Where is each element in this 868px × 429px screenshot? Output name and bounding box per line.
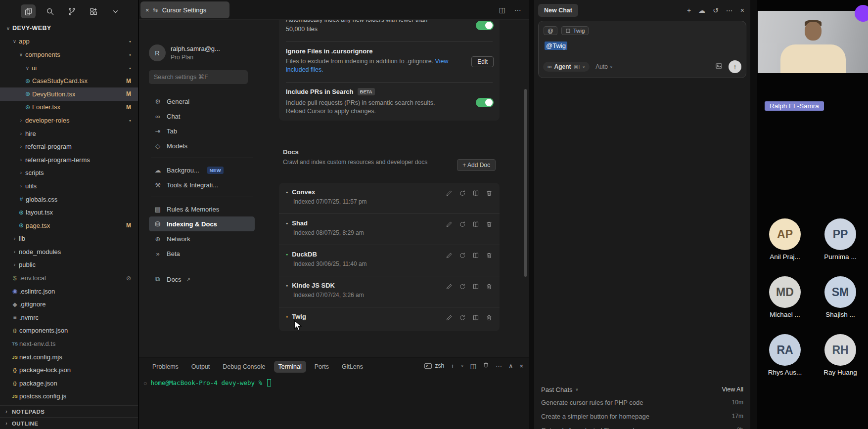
doc-row[interactable]: Twig (279, 307, 500, 330)
edit-doc-icon[interactable] (446, 190, 453, 214)
doc-context-chip[interactable]: Twig (561, 26, 589, 35)
file-tree-item[interactable]: › scripts (0, 167, 138, 180)
more-actions-icon[interactable]: ⋯ (514, 6, 521, 14)
agent-mode-selector[interactable]: ∞ Agent ⌘I ∨ (543, 62, 590, 72)
delete-doc-icon[interactable] (486, 190, 493, 214)
participant-tile[interactable]: SM Shajish ... (816, 276, 865, 318)
refresh-doc-icon[interactable] (459, 314, 466, 330)
settings-nav-item[interactable]: ⊕ Network (149, 231, 255, 246)
settings-nav-item[interactable]: ⚒ Tools & Integrati... (149, 177, 255, 192)
chat-tab[interactable]: New Chat (538, 4, 578, 17)
file-tree-item[interactable]: JS postcss.config.js (0, 390, 138, 403)
split-editor-icon[interactable]: ◫ (499, 6, 505, 14)
settings-nav-item[interactable]: ⇥ Tab (149, 124, 255, 138)
delete-doc-icon[interactable] (486, 314, 493, 330)
panel-tab[interactable]: Terminal (274, 361, 306, 373)
sidebar-section-outline[interactable]: › OUTLINE (0, 417, 138, 429)
open-doc-icon[interactable] (472, 314, 479, 330)
open-doc-icon[interactable] (472, 190, 479, 214)
new-terminal-icon[interactable]: + (451, 362, 455, 370)
close-panel-icon[interactable]: × (519, 362, 523, 370)
file-tree-item[interactable]: # globals.css (0, 193, 138, 206)
file-tree-item[interactable]: › developer-roles ● (0, 114, 138, 127)
at-mention-chip[interactable]: @ (544, 26, 557, 35)
doc-row[interactable]: Kinde JS SDK Indexed 07/07/24, 3:26 am (279, 276, 500, 307)
participant-tile[interactable]: MD Michael ... (760, 276, 810, 318)
participant-tile[interactable]: PP Purnima ... (816, 218, 865, 260)
participant-tile[interactable]: AP Anil Praj... (760, 218, 810, 260)
chat-input[interactable]: @ Twig @Twig ∞ Agent ⌘I ∨ Auto ∨ ↑ (538, 21, 746, 78)
sidebar-section-notepads[interactable]: › NOTEPADS (0, 405, 138, 417)
doc-row[interactable]: DuckDB Indexed 30/06/25, 11:40 am (279, 245, 500, 276)
model-selector[interactable]: Auto ∨ (595, 63, 613, 70)
file-tree-item[interactable]: ◆ .gitignore (0, 298, 138, 311)
panel-tab[interactable]: Debug Console (218, 361, 270, 373)
extensions-icon[interactable] (86, 4, 101, 18)
file-tree-item[interactable]: › public (0, 258, 138, 272)
history-icon[interactable]: ↺ (713, 6, 719, 14)
file-tree-item[interactable]: ◉ .eslintrc.json (0, 285, 138, 298)
settings-nav-item[interactable]: ◇ Models (149, 138, 255, 153)
file-tree-item[interactable]: {} package.json (0, 377, 138, 390)
close-icon[interactable]: × (145, 6, 149, 14)
settings-nav-item-docs[interactable]: ⧉ Docs ↗ (149, 272, 255, 287)
refresh-doc-icon[interactable] (459, 190, 466, 214)
chevron-down-icon[interactable] (108, 4, 123, 18)
file-tree-item[interactable]: ⊛ page.tsx M (0, 219, 138, 232)
participant-tile[interactable]: RH Ray Huang (816, 334, 865, 376)
file-tree-item[interactable]: › lib (0, 232, 138, 246)
settings-nav-item[interactable]: » Beta (149, 246, 255, 261)
file-tree-item[interactable]: › hire (0, 127, 138, 140)
delete-doc-icon[interactable] (486, 252, 493, 276)
settings-nav-item[interactable]: ⛁ Indexing & Docs (149, 216, 255, 231)
shell-selector[interactable]: >_zsh (424, 362, 444, 369)
open-doc-icon[interactable] (472, 221, 479, 245)
kill-terminal-icon[interactable] (483, 362, 489, 370)
attach-image-icon[interactable] (715, 62, 723, 72)
edit-doc-icon[interactable] (446, 283, 453, 307)
panel-tab[interactable]: GitLens (337, 361, 367, 373)
file-tree-item[interactable]: ∨ components ● (0, 48, 138, 61)
past-chats-title[interactable]: Past Chats (541, 386, 573, 393)
refresh-doc-icon[interactable] (459, 283, 466, 307)
file-tree-item[interactable]: › utils (0, 179, 138, 193)
participant-tile[interactable]: RA Rhys Aus... (760, 334, 810, 376)
more-actions-icon[interactable]: ⋯ (726, 6, 733, 14)
cloud-icon[interactable]: ☁ (698, 6, 705, 14)
source-control-icon[interactable] (64, 4, 79, 18)
edit-doc-icon[interactable] (446, 314, 453, 330)
settings-scrollbar[interactable] (524, 89, 527, 277)
panel-tab[interactable]: Problems (148, 361, 183, 373)
file-tree-item[interactable]: ⊛ CaseStudyCard.tsx M (0, 74, 138, 87)
close-panel-icon[interactable]: × (740, 6, 744, 14)
search-icon[interactable] (43, 4, 57, 18)
refresh-doc-icon[interactable] (459, 252, 466, 276)
view-all-link[interactable]: View All (722, 386, 743, 393)
delete-doc-icon[interactable] (486, 283, 493, 307)
file-tree-item[interactable]: ⊛ Footer.tsx M (0, 101, 138, 114)
delete-doc-icon[interactable] (486, 221, 493, 245)
file-tree-item[interactable]: ⊛ layout.tsx (0, 206, 138, 219)
panel-tab[interactable]: Output (187, 361, 215, 373)
file-tree-item[interactable]: › referral-program-terms (0, 153, 138, 167)
terminal-prompt-line[interactable]: ○ home@MacBook-Pro-4 devy-weby % (144, 379, 271, 386)
split-terminal-icon[interactable]: ◫ (470, 362, 476, 370)
more-actions-icon[interactable]: ⋯ (496, 362, 502, 370)
file-tree-item[interactable]: ⊛ DevyButton.tsx M (0, 87, 138, 101)
settings-nav-item[interactable]: ⚙ General (149, 94, 255, 109)
open-doc-icon[interactable] (472, 283, 479, 307)
files-icon[interactable] (21, 4, 36, 18)
doc-row[interactable]: Shad Indexed 08/07/25, 8:29 am (279, 214, 500, 245)
past-chat-item[interactable]: Get code for selected Figma node 2h (541, 423, 743, 429)
edit-doc-icon[interactable] (446, 221, 453, 245)
settings-nav-item[interactable]: ∞ Chat (149, 109, 255, 124)
auto-index-toggle[interactable] (476, 21, 494, 30)
new-chat-icon[interactable]: + (687, 6, 691, 14)
file-tree-item[interactable]: ∨ ui ● (0, 61, 138, 75)
refresh-doc-icon[interactable] (459, 221, 466, 245)
file-tree-item[interactable]: $ .env.local ⊘ (0, 271, 138, 285)
file-tree-item[interactable]: ≡ .nvmrc (0, 311, 138, 324)
doc-row[interactable]: Convex Indexed 07/07/25, 11:57 pm (279, 183, 500, 214)
include-prs-toggle[interactable] (476, 98, 494, 107)
tab-cursor-settings[interactable]: × ⇆ Cursor Settings (140, 1, 229, 18)
